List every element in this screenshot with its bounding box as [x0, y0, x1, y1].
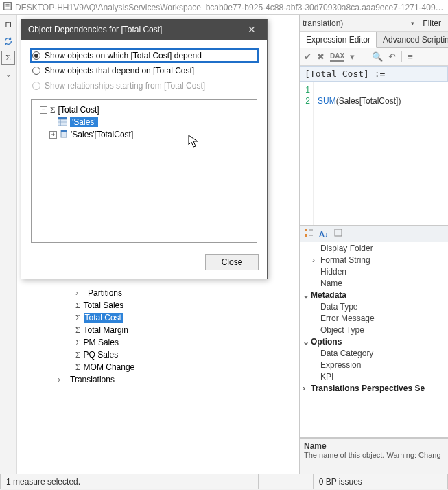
close-button[interactable]: Close — [205, 254, 259, 270]
property-label: Name — [320, 279, 342, 288]
property-group[interactable]: ⌄Metadata — [300, 289, 448, 301]
properties-grid[interactable]: Display Folder›Format StringHiddenName⌄M… — [300, 242, 448, 438]
tree-translations[interactable]: › Translations — [34, 373, 299, 386]
tab-expression-editor[interactable]: Expression Editor — [300, 32, 377, 48]
object-dependencies-dialog: Object Dependencies for [Total Cost] ✕ S… — [21, 19, 268, 279]
property-label: KPI — [320, 372, 333, 382]
tree-partitions[interactable]: › Partitions — [34, 287, 299, 299]
tree-measure[interactable]: ΣTotal Margin — [34, 324, 299, 336]
property-row[interactable]: Error Message — [300, 312, 448, 324]
svg-rect-2 — [305, 234, 307, 237]
expand-icon[interactable]: + — [49, 131, 57, 139]
dax-format-button[interactable]: DAX — [330, 52, 344, 62]
property-row[interactable]: KPI — [300, 371, 448, 382]
collapse-icon[interactable]: − — [40, 106, 47, 114]
property-label: Hidden — [320, 267, 346, 277]
toolstrip-sigma-icon[interactable]: Σ — [1, 51, 15, 65]
property-name: Name — [304, 441, 444, 451]
dialog-title: Object Dependencies for [Total Cost] — [28, 25, 162, 34]
toolstrip-file[interactable]: Fi — [1, 18, 15, 32]
property-label: Object Type — [320, 325, 364, 335]
categorized-icon[interactable] — [304, 228, 314, 240]
expander-icon[interactable]: ⌄ — [303, 290, 311, 300]
status-selection: 1 measure selected. — [0, 474, 259, 489]
property-label: Options — [311, 337, 342, 347]
sigma-icon: Σ — [75, 325, 81, 336]
code-editor[interactable]: 1 2 SUM(Sales[TotalCost]) — [300, 82, 448, 226]
radio-dependents[interactable]: Show objects that depend on [Total Cost] — [31, 65, 257, 77]
accept-icon[interactable]: ✔ — [304, 51, 311, 62]
svg-rect-7 — [61, 130, 67, 132]
filter-label[interactable]: Filter — [418, 19, 445, 28]
property-pages-icon[interactable] — [333, 228, 343, 240]
expander-icon[interactable]: ⌄ — [303, 337, 311, 347]
cancel-icon[interactable]: ✖ — [317, 51, 325, 62]
comment-icon[interactable]: ≡ — [408, 51, 413, 62]
expression-header: [Total Cost] := — [300, 66, 448, 82]
radio-relationships: Show relationships starting from [Total … — [31, 80, 257, 92]
property-description: The name of this object. Warning: Chang — [304, 451, 444, 459]
chevron-right-icon[interactable]: › — [58, 375, 64, 384]
code-content[interactable]: SUM(Sales[TotalCost]) — [314, 82, 448, 225]
dependency-tree[interactable]: − Σ [Total Cost] 'Sales' + 'Sales'[Total… — [31, 99, 257, 243]
dep-root[interactable]: − Σ [Total Cost] — [34, 104, 254, 116]
window-title: DESKTOP-HH1V9AQ\AnalysisServicesWorkspac… — [15, 3, 444, 12]
tree-measure[interactable]: ΣMOM Change — [34, 361, 299, 373]
properties-toolbar: A↓ — [300, 226, 448, 242]
property-group[interactable]: ›Translations Perspectives Se — [300, 382, 448, 394]
separator — [366, 51, 366, 62]
svg-rect-5 — [58, 119, 67, 126]
dropdown-arrow-icon[interactable]: ▾ — [411, 20, 414, 27]
undo-icon[interactable]: ↶ — [388, 51, 396, 62]
dep-table[interactable]: 'Sales' — [34, 116, 254, 128]
status-bp-issues: 0 BP issues — [314, 474, 448, 489]
find-icon[interactable]: 🔍 — [372, 51, 383, 62]
sigma-icon: Σ — [75, 312, 81, 323]
property-row[interactable]: Name — [300, 277, 448, 289]
dropdown-icon[interactable]: ▾ — [350, 51, 355, 62]
sigma-icon: Σ — [75, 362, 81, 373]
tab-advanced-scripting[interactable]: Advanced Scripting — [377, 32, 448, 47]
tree-measure[interactable]: ΣTotal Sales — [34, 299, 299, 312]
toolstrip-refresh-icon[interactable] — [1, 34, 15, 48]
property-row[interactable]: Data Type — [300, 301, 448, 312]
expander-icon[interactable]: › — [312, 255, 320, 265]
tree-measure[interactable]: ΣPQ Sales — [34, 349, 299, 361]
sigma-icon: Σ — [75, 337, 81, 348]
line-gutter: 1 2 — [300, 82, 314, 225]
column-icon — [60, 130, 68, 140]
property-label: Expression — [320, 360, 361, 370]
window-titlebar: DESKTOP-HH1V9AQ\AnalysisServicesWorkspac… — [0, 0, 448, 15]
radio-icon — [32, 82, 40, 90]
alphabetical-icon[interactable]: A↓ — [319, 230, 328, 238]
sigma-icon: Σ — [50, 104, 56, 115]
right-pane: translation) ▾ Filter Expression Editor … — [300, 15, 448, 474]
property-label: Error Message — [320, 314, 375, 323]
toolstrip-expand-icon[interactable]: ⌄ — [1, 67, 15, 81]
translation-dropdown[interactable]: translation) — [303, 19, 343, 28]
property-label: Format String — [320, 255, 370, 265]
property-row[interactable]: Object Type — [300, 324, 448, 336]
expander-icon[interactable]: › — [303, 384, 311, 393]
property-group[interactable]: ⌄Options — [300, 336, 448, 347]
property-label: Display Folder — [320, 244, 373, 253]
properties-footer: Name The name of this object. Warning: C… — [300, 438, 448, 474]
status-bar: 1 measure selected. 0 BP issues — [0, 474, 448, 489]
dialog-titlebar[interactable]: Object Dependencies for [Total Cost] ✕ — [21, 19, 267, 40]
property-row[interactable]: Hidden — [300, 266, 448, 277]
radio-depends-on[interactable]: Show objects on which [Total Cost] depen… — [31, 49, 257, 62]
radio-icon[interactable] — [32, 67, 40, 75]
property-row[interactable]: Expression — [300, 359, 448, 371]
right-top-bar: translation) ▾ Filter — [300, 15, 448, 32]
radio-icon[interactable] — [32, 51, 40, 60]
property-row[interactable]: Data Category — [300, 347, 448, 359]
tree-measure-selected[interactable]: ΣTotal Cost — [34, 312, 299, 324]
property-row[interactable]: ›Format String — [300, 254, 448, 266]
dep-column[interactable]: + 'Sales'[TotalCost] — [34, 128, 254, 141]
property-label: Metadata — [311, 290, 346, 300]
tree-measure[interactable]: ΣPM Sales — [34, 336, 299, 349]
close-icon[interactable]: ✕ — [244, 23, 260, 36]
table-icon — [58, 117, 67, 128]
chevron-right-icon[interactable]: › — [75, 288, 82, 298]
property-row[interactable]: Display Folder — [300, 242, 448, 254]
